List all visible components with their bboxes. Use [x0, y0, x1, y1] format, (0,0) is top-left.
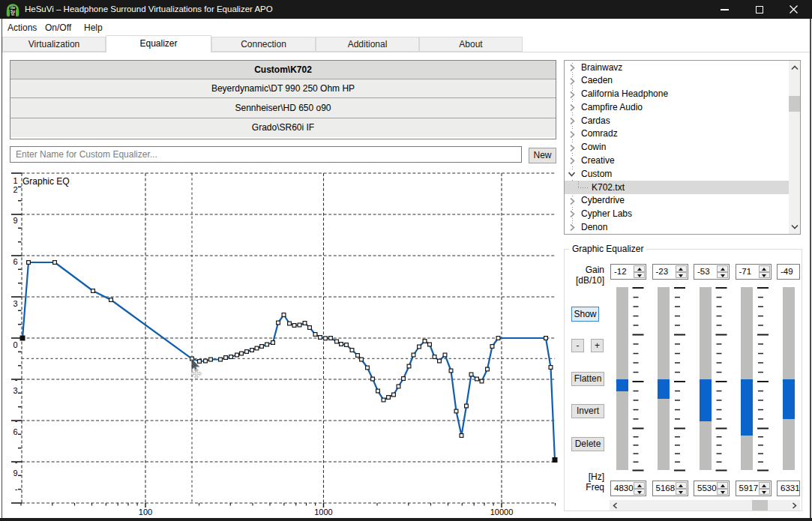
- svg-text:2: 2: [13, 185, 17, 194]
- svg-text:100: 100: [139, 508, 152, 517]
- svg-text:9: 9: [13, 216, 17, 225]
- svg-text:-: -: [15, 375, 18, 384]
- svg-text:6: 6: [13, 427, 17, 436]
- svg-text:-: -: [15, 416, 18, 425]
- svg-text:1000: 1000: [314, 508, 332, 517]
- svg-text:10000: 10000: [490, 508, 514, 517]
- svg-text:1: 1: [13, 176, 17, 185]
- svg-text:Graphic EQ: Graphic EQ: [22, 176, 70, 187]
- svg-text:9: 9: [13, 469, 17, 478]
- svg-text:-: -: [15, 457, 18, 466]
- svg-text:3: 3: [13, 386, 17, 395]
- svg-text:0: 0: [13, 340, 17, 349]
- svg-text:-: -: [15, 484, 18, 493]
- svg-text:Vi: Vi: [11, 13, 14, 16]
- svg-text:3: 3: [13, 299, 17, 308]
- svg-text:6: 6: [13, 257, 17, 266]
